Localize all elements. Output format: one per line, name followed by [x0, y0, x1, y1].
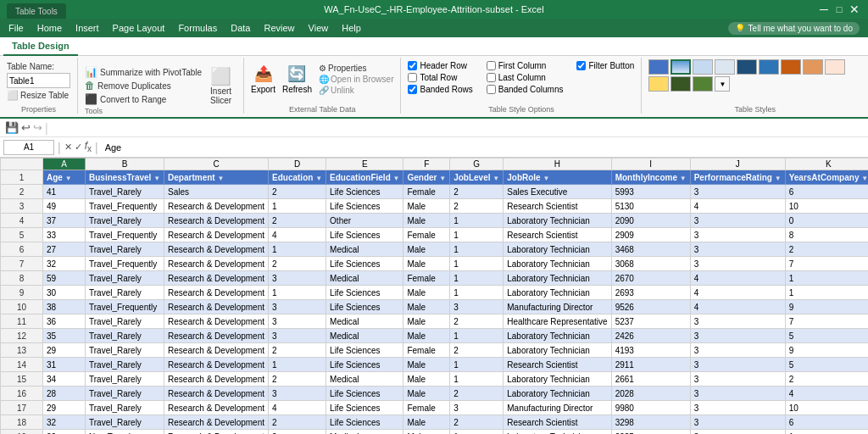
- table-row[interactable]: Life Sciences: [326, 185, 403, 199]
- table-row[interactable]: Research & Development: [164, 214, 269, 228]
- table-row[interactable]: Medical: [326, 329, 403, 343]
- table-row[interactable]: Male: [403, 358, 450, 372]
- table-style-2[interactable]: [670, 59, 691, 75]
- table-row[interactable]: 6: [785, 185, 868, 199]
- table-row[interactable]: 2: [450, 415, 504, 430]
- table-row[interactable]: 5237: [611, 314, 690, 329]
- table-row[interactable]: Research & Development: [164, 242, 269, 257]
- refresh-btn[interactable]: Refresh: [282, 85, 312, 94]
- table-header-gender[interactable]: Gender ▼: [403, 170, 450, 185]
- properties-btn[interactable]: ⚙Properties: [319, 64, 393, 73]
- table-row[interactable]: 3: [269, 387, 326, 401]
- row-header-16[interactable]: 16: [1, 387, 43, 401]
- row-header-11[interactable]: 11: [1, 314, 43, 329]
- table-row[interactable]: 1: [450, 242, 504, 257]
- table-row[interactable]: Research & Development: [164, 199, 269, 214]
- table-row[interactable]: 6: [785, 415, 868, 430]
- table-row[interactable]: 3068: [611, 257, 690, 271]
- table-row[interactable]: 3: [690, 214, 785, 228]
- table-style-5[interactable]: [737, 59, 757, 75]
- table-row[interactable]: Sales Executive: [504, 185, 611, 199]
- table-row[interactable]: 35: [43, 329, 86, 343]
- table-row[interactable]: 1: [450, 257, 504, 271]
- table-row[interactable]: Research & Development: [164, 372, 269, 387]
- table-row[interactable]: Life Sciences: [326, 300, 403, 314]
- table-row[interactable]: 3: [269, 300, 326, 314]
- table-row[interactable]: Travel_Rarely: [86, 185, 164, 199]
- table-row[interactable]: Female: [403, 401, 450, 415]
- table-row[interactable]: 3: [690, 358, 785, 372]
- table-row[interactable]: Travel_Rarely: [86, 343, 164, 358]
- table-row[interactable]: Research Scientist: [504, 358, 611, 372]
- table-row[interactable]: Research Scientist: [504, 415, 611, 430]
- table-row[interactable]: 4: [269, 401, 326, 415]
- table-row[interactable]: 31: [43, 358, 86, 372]
- menu-insert[interactable]: Insert: [69, 21, 106, 35]
- table-row[interactable]: 32: [43, 257, 86, 271]
- table-row[interactable]: 3: [690, 228, 785, 242]
- table-row[interactable]: Medical: [326, 430, 403, 435]
- table-row[interactable]: 1: [269, 286, 326, 300]
- table-row[interactable]: 3: [690, 314, 785, 329]
- table-row[interactable]: 3: [450, 300, 504, 314]
- table-row[interactable]: Manufacturing Director: [504, 401, 611, 415]
- table-row[interactable]: Laboratory Technician: [504, 343, 611, 358]
- row-header-17[interactable]: 17: [1, 401, 43, 415]
- table-row[interactable]: 7: [785, 314, 868, 329]
- table-row[interactable]: Medical: [326, 242, 403, 257]
- menu-help[interactable]: Help: [335, 21, 368, 35]
- table-row[interactable]: 2: [269, 430, 326, 435]
- close-button[interactable]: ✕: [848, 3, 861, 16]
- table-style-4[interactable]: [715, 59, 735, 75]
- table-style-6[interactable]: [759, 59, 779, 75]
- table-row[interactable]: 2935: [611, 430, 690, 435]
- table-row[interactable]: 2: [269, 214, 326, 228]
- table-row[interactable]: 2: [269, 415, 326, 430]
- table-row[interactable]: 10: [785, 199, 868, 214]
- table-style-8[interactable]: [803, 59, 823, 75]
- table-row[interactable]: Life Sciences: [326, 257, 403, 271]
- menu-data[interactable]: Data: [224, 21, 257, 35]
- table-row[interactable]: 49: [43, 199, 86, 214]
- row-header-3[interactable]: 3: [1, 199, 43, 214]
- table-row[interactable]: Research & Development: [164, 343, 269, 358]
- cancel-formula-icon[interactable]: ✕: [64, 142, 72, 153]
- table-row[interactable]: Research & Development: [164, 271, 269, 286]
- row-header-2[interactable]: 2: [1, 185, 43, 199]
- table-row[interactable]: 30: [43, 286, 86, 300]
- table-row[interactable]: Travel_Rarely: [86, 415, 164, 430]
- row-header-6[interactable]: 6: [1, 242, 43, 257]
- table-row[interactable]: Research & Development: [164, 329, 269, 343]
- total-row-checkbox[interactable]: Total Row: [408, 73, 472, 82]
- table-row[interactable]: 3: [690, 185, 785, 199]
- table-row[interactable]: 3: [690, 401, 785, 415]
- table-row[interactable]: Travel_Rarely: [86, 372, 164, 387]
- table-row[interactable]: Laboratory Technician: [504, 271, 611, 286]
- table-row[interactable]: 29: [43, 401, 86, 415]
- table-row[interactable]: 4: [690, 300, 785, 314]
- table-style-3[interactable]: [693, 59, 713, 75]
- col-header-h[interactable]: H: [504, 159, 611, 170]
- table-row[interactable]: 2426: [611, 329, 690, 343]
- table-header-yearsatcompany[interactable]: YearsAtCompany ▼: [785, 170, 868, 185]
- table-row[interactable]: 0: [785, 214, 868, 228]
- table-row[interactable]: 1: [269, 199, 326, 214]
- table-row[interactable]: 2909: [611, 228, 690, 242]
- table-row[interactable]: Male: [403, 329, 450, 343]
- table-row[interactable]: Life Sciences: [326, 401, 403, 415]
- table-row[interactable]: 3: [690, 372, 785, 387]
- row-header-15[interactable]: 15: [1, 372, 43, 387]
- table-row[interactable]: Laboratory Technician: [504, 286, 611, 300]
- insert-slicer-btn[interactable]: ⬜ InsertSlicer: [205, 58, 236, 114]
- insert-function-icon[interactable]: fx: [85, 140, 92, 153]
- table-row[interactable]: 5: [785, 358, 868, 372]
- table-row[interactable]: Travel_Rarely: [86, 314, 164, 329]
- table-row[interactable]: Travel_Rarely: [86, 271, 164, 286]
- table-row[interactable]: 2: [269, 185, 326, 199]
- table-row[interactable]: 59: [43, 271, 86, 286]
- table-row[interactable]: 1: [785, 271, 868, 286]
- table-row[interactable]: Research & Development: [164, 387, 269, 401]
- table-row[interactable]: 2661: [611, 372, 690, 387]
- row-header-14[interactable]: 14: [1, 358, 43, 372]
- col-header-b[interactable]: B: [86, 159, 164, 170]
